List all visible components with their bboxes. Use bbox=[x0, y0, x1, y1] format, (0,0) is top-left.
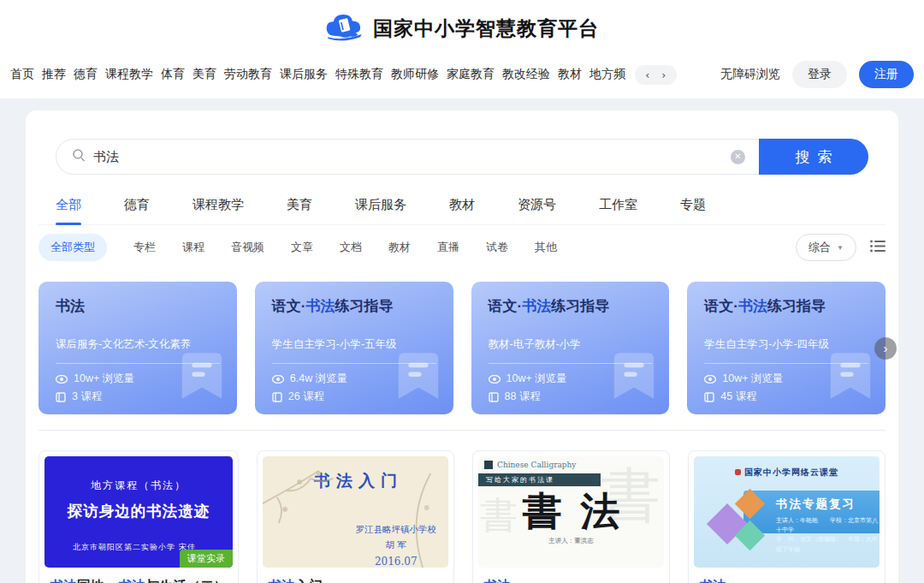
result-title: 书法入门 bbox=[263, 568, 448, 583]
nav-item-teaching[interactable]: 课程教学 bbox=[105, 67, 153, 82]
nav-item-pe[interactable]: 体育 bbox=[161, 67, 185, 82]
thumb-title: 书法专题复习 bbox=[776, 497, 880, 512]
featured-card[interactable]: 语文·书法练习指导 教材-电子教材-小学 10w+ 浏览量 88 课程 bbox=[471, 282, 670, 414]
sort-dropdown[interactable]: 综合 ▼ bbox=[796, 234, 856, 261]
thumb-course-label: 地方课程（书法） bbox=[44, 456, 233, 493]
search-input[interactable] bbox=[93, 150, 723, 164]
tab-resource[interactable]: 资源号 bbox=[516, 190, 558, 224]
nav-item-labor[interactable]: 劳动教育 bbox=[224, 67, 272, 82]
result-title: 书法 bbox=[478, 568, 664, 583]
nav-item-family[interactable]: 家庭教育 bbox=[447, 67, 495, 82]
eye-icon bbox=[56, 375, 68, 384]
featured-card[interactable]: 语文·书法练习指导 学生自主学习-小学-五年级 6.4w 浏览量 26 课程 bbox=[255, 282, 453, 414]
nav-item-local[interactable]: 地方频 bbox=[589, 67, 625, 82]
filter-column[interactable]: 专栏 bbox=[133, 240, 156, 255]
book-icon bbox=[272, 392, 282, 402]
book-icon bbox=[56, 392, 66, 402]
search-button[interactable]: 搜索 bbox=[759, 139, 868, 175]
search-results: 地方课程（书法） 探访身边的书法遗迹 北京市朝阳区第二实验小学 宋佳 课堂实录 … bbox=[38, 450, 886, 583]
result-title: 书法园地：书法与生活（二） bbox=[44, 568, 233, 583]
filter-row: 全部类型 专栏 课程 音视频 文章 文档 教材 直播 试卷 其他 综合 ▼ bbox=[38, 234, 886, 261]
main-panel: ✕ 搜索 全部 德育 课程教学 美育 课后服务 教材 资源号 工作室 专题 全部… bbox=[0, 98, 924, 583]
section-divider bbox=[38, 430, 886, 431]
chevron-right-icon[interactable]: › bbox=[660, 69, 667, 80]
bookmark-icon bbox=[181, 351, 223, 404]
filter-article[interactable]: 文章 bbox=[291, 240, 313, 255]
tab-moral[interactable]: 德育 bbox=[122, 190, 151, 224]
nav-item-textbook[interactable]: 教材 bbox=[558, 67, 582, 82]
filter-av[interactable]: 音视频 bbox=[231, 240, 264, 255]
nav-item-moral[interactable]: 德育 bbox=[74, 67, 98, 82]
tab-studio[interactable]: 工作室 bbox=[597, 190, 639, 224]
register-button[interactable]: 注册 bbox=[859, 61, 914, 88]
platform-logo-icon bbox=[325, 12, 364, 45]
result-thumbnail: 地方课程（书法） 探访身边的书法遗迹 北京市朝阳区第二实验小学 宋佳 课堂实录 bbox=[44, 456, 233, 568]
tab-art[interactable]: 美育 bbox=[285, 190, 314, 224]
tab-all[interactable]: 全部 bbox=[54, 190, 83, 224]
result-card[interactable]: 书法入门 罗江县略坪镇小学校 胡 军 2016.07 书法入门 bbox=[257, 450, 454, 583]
bookmark-icon bbox=[397, 351, 440, 404]
chevron-left-icon[interactable]: ‹ bbox=[644, 69, 651, 80]
filter-course[interactable]: 课程 bbox=[182, 240, 204, 255]
eye-icon bbox=[272, 375, 284, 384]
clear-icon[interactable]: ✕ bbox=[731, 150, 745, 164]
lesson-record-badge: 课堂实录 bbox=[180, 550, 233, 568]
tab-topic[interactable]: 专题 bbox=[678, 190, 708, 224]
thumb-logo-icon bbox=[484, 461, 493, 469]
nav-item-special[interactable]: 特殊教育 bbox=[335, 67, 383, 82]
result-card[interactable]: 書 書 Chinese Calligraphy 写给大家的书法课 書法 主讲人：… bbox=[472, 450, 670, 583]
result-thumbnail: 书法入门 罗江县略坪镇小学校 胡 军 2016.07 bbox=[263, 456, 448, 568]
nav-item-reform[interactable]: 教改经验 bbox=[502, 67, 550, 82]
thumb-title-calligraphy: 書法 bbox=[478, 485, 664, 538]
result-card[interactable]: 国家中小学网络云课堂 书法专题复习 主讲人：牛艳艳 学校：北京市第八十中学 学 … bbox=[688, 450, 886, 583]
main-nav: 首页 推荐 德育 课程教学 体育 美育 劳动教育 课后服务 特殊教育 教师研修 … bbox=[0, 57, 924, 92]
nav-right-actions: 无障碍浏览 登录 注册 bbox=[720, 61, 914, 88]
page-title: 国家中小学智慧教育平台 bbox=[373, 15, 599, 42]
content-card: ✕ 搜索 全部 德育 课程教学 美育 课后服务 教材 资源号 工作室 专题 全部… bbox=[26, 110, 898, 583]
filter-live[interactable]: 直播 bbox=[437, 240, 459, 255]
featured-card[interactable]: 语文·书法练习指导 学生自主学习-小学-四年级 10w+ 浏览量 45 课程 bbox=[687, 282, 886, 414]
nav-scroll-arrows: ‹ › bbox=[635, 65, 677, 85]
filter-exam[interactable]: 试卷 bbox=[486, 240, 508, 255]
nav-item-art[interactable]: 美育 bbox=[192, 67, 216, 82]
login-button[interactable]: 登录 bbox=[792, 61, 847, 88]
list-view-icon[interactable] bbox=[870, 240, 886, 256]
thumb-header: Chinese Calligraphy bbox=[484, 461, 576, 469]
featured-collections: 书法 课后服务-文化艺术-文化素养 10w+ 浏览量 3 课程 语文·书法练习指… bbox=[38, 282, 886, 414]
featured-title: 语文·书法练习指导 bbox=[272, 296, 436, 316]
featured-card[interactable]: 书法 课后服务-文化艺术-文化素养 10w+ 浏览量 3 课程 bbox=[38, 282, 237, 414]
thumb-lesson-title: 探访身边的书法遗迹 bbox=[44, 501, 233, 521]
thumb-date: 2016.07 bbox=[356, 553, 437, 568]
cloud-classroom-logo-icon bbox=[735, 469, 741, 475]
nav-item-recommend[interactable]: 推荐 bbox=[42, 67, 66, 82]
nav-item-home[interactable]: 首页 bbox=[10, 67, 34, 82]
carousel-next-button[interactable]: › bbox=[874, 337, 897, 360]
result-card[interactable]: 地方课程（书法） 探访身边的书法遗迹 北京市朝阳区第二实验小学 宋佳 课堂实录 … bbox=[38, 450, 239, 583]
search-icon bbox=[72, 148, 86, 165]
tab-teaching[interactable]: 课程教学 bbox=[191, 190, 246, 224]
featured-subtitle: 学生自主学习-小学-五年级 bbox=[272, 337, 436, 352]
filter-doc[interactable]: 文档 bbox=[340, 240, 362, 255]
accessibility-link[interactable]: 无障碍浏览 bbox=[720, 67, 780, 82]
thumb-banner: 写给大家的书法课 bbox=[478, 473, 601, 486]
featured-title: 语文·书法练习指导 bbox=[489, 296, 653, 316]
thumb-banner: 书法专题复习 主讲人：牛艳艳 学校：北京市第八十中学 学 科：语文（统编版） 年… bbox=[743, 491, 880, 533]
featured-title: 书法 bbox=[56, 296, 220, 316]
tab-textbook[interactable]: 教材 bbox=[447, 190, 477, 224]
nav-item-afterschool[interactable]: 课后服务 bbox=[280, 67, 328, 82]
filter-all-types[interactable]: 全部类型 bbox=[38, 234, 107, 261]
featured-subtitle: 课后服务-文化艺术-文化素养 bbox=[56, 337, 220, 352]
nav-item-teacher-training[interactable]: 教师研修 bbox=[391, 67, 439, 82]
eye-icon bbox=[489, 375, 500, 384]
tab-afterschool[interactable]: 课后服务 bbox=[353, 190, 408, 224]
thumb-presenter-info: 主讲人：牛艳艳 学校：北京市第八十中学 学 科：语文（统编版） 年级：九年级下学… bbox=[776, 515, 880, 554]
result-thumbnail: 国家中小学网络云课堂 书法专题复习 主讲人：牛艳艳 学校：北京市第八十中学 学 … bbox=[694, 456, 880, 568]
bookmark-icon bbox=[613, 351, 655, 404]
book-icon bbox=[704, 392, 714, 402]
result-title: 书法 bbox=[694, 568, 880, 583]
book-icon bbox=[489, 392, 499, 402]
featured-title: 语文·书法练习指导 bbox=[704, 296, 868, 316]
featured-subtitle: 学生自主学习-小学-四年级 bbox=[704, 337, 868, 352]
filter-textbook[interactable]: 教材 bbox=[388, 240, 411, 255]
filter-other[interactable]: 其他 bbox=[535, 240, 557, 255]
